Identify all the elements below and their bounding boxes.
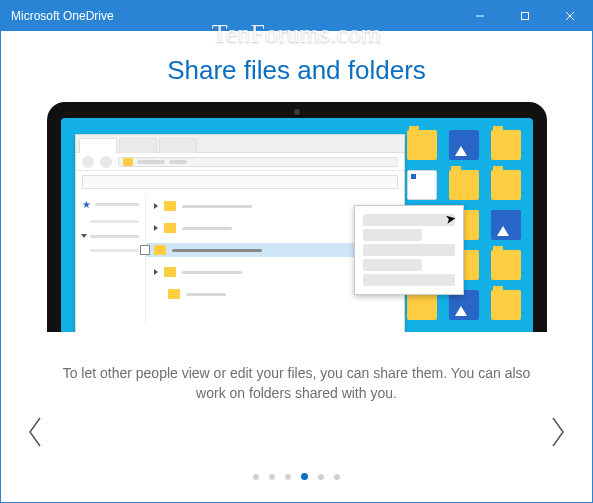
desktop-image-icon — [491, 210, 521, 240]
desktop-folder-icon — [491, 170, 521, 200]
maximize-button[interactable] — [502, 1, 547, 31]
desktop-document-icon — [407, 170, 437, 200]
previous-slide-button[interactable] — [19, 402, 51, 462]
onboarding-slide: Share files and folders — [1, 31, 592, 403]
desktop-folder-icon — [449, 170, 479, 200]
desktop-image-icon — [449, 130, 479, 160]
svg-rect-1 — [521, 13, 528, 20]
slide-heading: Share files and folders — [167, 55, 426, 86]
titlebar: Microsoft OneDrive — [1, 1, 592, 31]
minimize-button[interactable] — [457, 1, 502, 31]
pager-dot[interactable] — [285, 474, 291, 480]
pager-dot[interactable] — [269, 474, 275, 480]
explorer-window-illustration: ★ ➤ — [75, 134, 405, 332]
desktop-folder-icon — [491, 250, 521, 280]
desktop-folder-icon — [491, 130, 521, 160]
window-title: Microsoft OneDrive — [11, 9, 114, 23]
slide-description: To let other people view or edit your fi… — [57, 364, 537, 403]
pager-dot[interactable] — [253, 474, 259, 480]
close-button[interactable] — [547, 1, 592, 31]
slide-pager — [1, 473, 592, 480]
pager-dot[interactable] — [301, 473, 308, 480]
pager-dot[interactable] — [318, 474, 324, 480]
slide-illustration: ★ ➤ — [47, 102, 547, 332]
pager-dot[interactable] — [334, 474, 340, 480]
desktop-folder-icon — [491, 290, 521, 320]
desktop-folder-icon — [407, 130, 437, 160]
next-slide-button[interactable] — [542, 402, 574, 462]
cursor-icon: ➤ — [443, 210, 456, 227]
